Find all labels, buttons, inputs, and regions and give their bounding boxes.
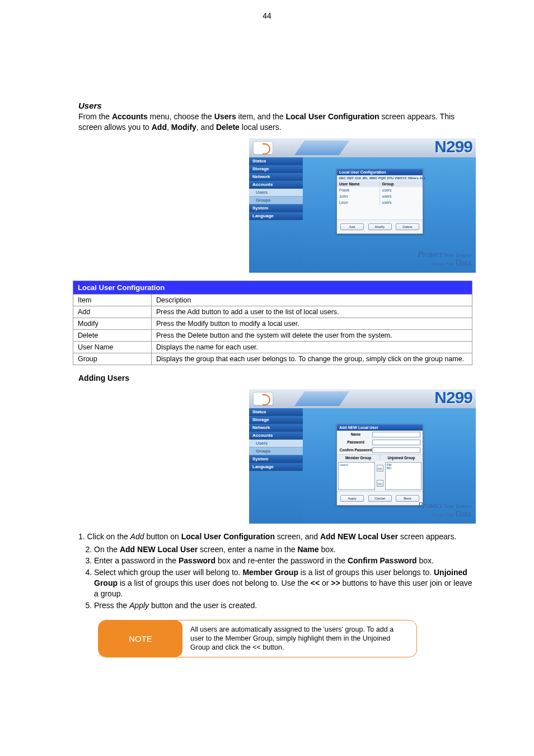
t: Secure Your — [433, 262, 456, 267]
cell-username: Frank — [337, 187, 380, 193]
t: is a list of groups this user belongs to… — [298, 568, 434, 577]
member-group-list[interactable]: users — [338, 462, 375, 490]
t: Confirm Password — [348, 556, 417, 565]
t: screen, enter a name in the — [198, 545, 297, 554]
move-left-button[interactable]: << — [377, 465, 383, 472]
add-button[interactable]: Add — [340, 223, 364, 230]
step-3: Enter a password in the Password box and… — [94, 556, 472, 566]
move-right-button[interactable]: >> — [377, 480, 383, 487]
cell-username: Leon — [337, 199, 380, 206]
nav-system[interactable]: System — [249, 204, 303, 212]
alpha-filter[interactable]: PQR — [378, 176, 386, 180]
th-group: Group — [380, 181, 423, 187]
device-header: N299 — [249, 138, 476, 157]
nav-status[interactable]: Status — [249, 157, 303, 165]
desc-k: Group — [73, 353, 152, 365]
desc-v: Press the Modify button to modify a loca… — [152, 318, 472, 329]
apply-button[interactable]: Apply — [340, 495, 364, 502]
back-button[interactable]: Back — [396, 495, 419, 502]
note-text: All users are automatically assigned to … — [182, 620, 416, 657]
alpha-filter[interactable]: GHI — [355, 176, 361, 180]
t: Apply — [129, 601, 149, 610]
t: Add — [130, 532, 144, 541]
t: Users — [214, 112, 236, 121]
t: box. — [417, 556, 434, 565]
intro-paragraph: From the Accounts menu, choose the Users… — [78, 111, 472, 133]
t: On the — [94, 545, 120, 554]
nav-accounts[interactable]: Accounts — [249, 432, 303, 440]
t: screen appears. — [398, 532, 456, 541]
nav-system[interactable]: System — [249, 455, 303, 463]
cancel-button[interactable]: Cancel — [368, 495, 392, 502]
t: box. — [319, 545, 336, 554]
nav-accounts-groups[interactable]: Groups — [249, 197, 303, 204]
page-number: 44 — [263, 11, 271, 20]
alpha-filter[interactable]: Others — [407, 176, 418, 180]
list-item[interactable]: RD — [387, 466, 420, 470]
unjoined-group-list[interactable]: PM RD — [385, 462, 422, 490]
table-row[interactable]: Leon users — [337, 199, 423, 206]
note-callout: NOTE All users are automatically assigne… — [98, 620, 417, 657]
t: screen, and — [275, 532, 320, 541]
local-user-config-panel: Local User Configuration ABC DEF GHI JKL… — [336, 169, 423, 234]
table-row[interactable]: Frank users — [337, 187, 423, 193]
nav-storage[interactable]: Storage — [249, 416, 303, 424]
nav-accounts-groups[interactable]: Groups — [249, 447, 303, 455]
confirm-password-input[interactable] — [372, 447, 420, 453]
desc-k: User Name — [73, 341, 152, 353]
nav-network[interactable]: Network — [249, 173, 303, 181]
nav-accounts-users[interactable]: Users — [249, 440, 303, 447]
t: 1. Click on the — [78, 532, 130, 541]
alpha-filter[interactable]: ABC — [339, 176, 346, 180]
nav-language[interactable]: Language — [249, 212, 303, 220]
label-unjoined-group: Unjoined Group — [380, 454, 423, 461]
alpha-filter[interactable]: DEF — [347, 176, 354, 180]
cell-group[interactable]: users — [380, 199, 423, 206]
label-password: Password — [339, 440, 372, 444]
section-heading-users: Users — [78, 101, 534, 110]
cell-group[interactable]: users — [380, 193, 423, 199]
nav-language[interactable]: Language — [249, 463, 303, 471]
t: Password — [179, 556, 216, 565]
brand-logo — [254, 393, 273, 405]
alpha-filter[interactable]: VWXYZ — [395, 176, 406, 180]
t: Your Source — [442, 503, 471, 509]
t: local users. — [240, 123, 282, 132]
desc-v: Displays the name for each user. — [152, 341, 472, 353]
t: Member Group — [242, 568, 298, 577]
alpha-filter[interactable]: MNO — [369, 176, 377, 180]
step-1: 1. Click on the Add button on Local User… — [78, 531, 472, 542]
alpha-filter[interactable]: ALL — [420, 176, 427, 180]
t: Local User Configuration — [181, 532, 275, 541]
user-table-body: Frank users John users Leon users — [337, 187, 423, 220]
t: Delete — [216, 123, 240, 132]
step-4: Select which group the user will belong … — [94, 567, 472, 599]
t: menu, choose the — [148, 112, 214, 121]
list-item[interactable]: users — [340, 463, 373, 466]
device-tagline: Protect Your Source Secure Your Data — [418, 250, 471, 267]
modify-button[interactable]: Modify — [368, 223, 392, 230]
password-input[interactable] — [372, 440, 420, 445]
t: box and re-enter the password in the — [216, 556, 348, 565]
t: Select which group the user will belong … — [94, 568, 242, 577]
nav-status[interactable]: Status — [249, 408, 303, 416]
nav-network[interactable]: Network — [249, 424, 303, 432]
sidebar-nav: Status Storage Network Accounts Users Gr… — [249, 408, 303, 520]
th-username: User Name — [337, 181, 380, 187]
desc-k: Modify — [73, 318, 152, 329]
desc-v: Press the Add button to add a user to th… — [152, 306, 472, 318]
cell-group[interactable]: users — [380, 187, 423, 193]
nav-accounts[interactable]: Accounts — [249, 181, 303, 189]
nav-accounts-users[interactable]: Users — [249, 189, 303, 197]
label-name: Name — [339, 432, 372, 436]
table-row[interactable]: John users — [337, 193, 423, 199]
alpha-filter[interactable]: JKL — [362, 176, 368, 180]
device-model: N299 — [434, 138, 472, 156]
t: Add NEW Local User — [120, 545, 198, 554]
name-input[interactable] — [372, 432, 420, 437]
delete-button[interactable]: Delete — [396, 223, 419, 230]
nav-storage[interactable]: Storage — [249, 165, 303, 173]
step-2: On the Add NEW Local User screen, enter … — [94, 544, 472, 555]
step-5: Press the Apply button and the user is c… — [94, 600, 472, 611]
alpha-filter[interactable]: STU — [387, 176, 394, 180]
